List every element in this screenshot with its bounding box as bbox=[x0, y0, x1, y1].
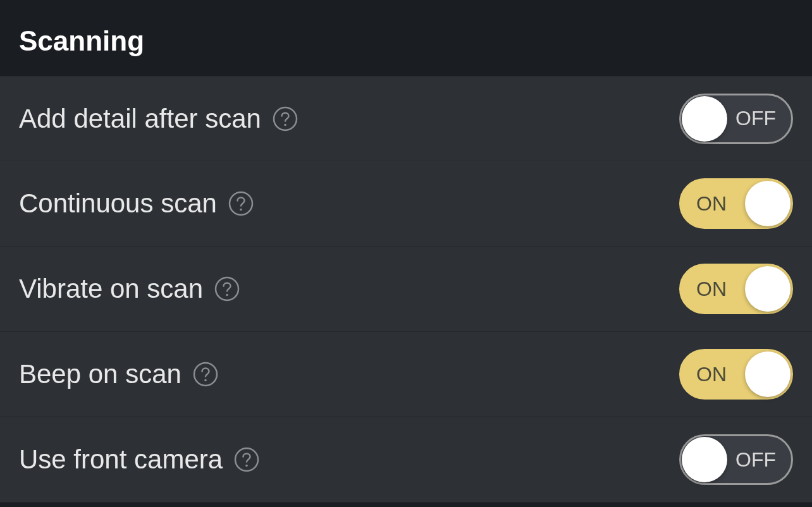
setting-label: Beep on scan bbox=[19, 359, 181, 389]
help-icon[interactable] bbox=[193, 362, 218, 387]
svg-point-5 bbox=[226, 294, 228, 296]
section-header: Scanning bbox=[0, 0, 812, 76]
toggle-add-detail[interactable]: OFF bbox=[679, 94, 793, 144]
toggle-knob bbox=[682, 96, 727, 142]
toggle-state-label: OFF bbox=[735, 107, 776, 130]
svg-point-4 bbox=[216, 278, 238, 300]
toggle-state-label: ON bbox=[696, 192, 727, 216]
setting-row-add-detail: Add detail after scan OFF bbox=[0, 76, 812, 161]
svg-point-9 bbox=[245, 465, 248, 467]
toggle-knob bbox=[682, 437, 727, 482]
toggle-continuous-scan[interactable]: ON bbox=[679, 178, 793, 229]
toggle-state-label: OFF bbox=[735, 448, 776, 472]
setting-label: Continuous scan bbox=[19, 188, 217, 219]
toggle-state-label: ON bbox=[696, 278, 727, 301]
help-icon[interactable] bbox=[273, 106, 298, 131]
setting-row-beep-on-scan: Beep on scan ON bbox=[0, 332, 812, 417]
setting-label: Use front camera bbox=[19, 444, 223, 475]
setting-label-wrap: Continuous scan bbox=[19, 188, 254, 219]
toggle-use-front-camera[interactable]: OFF bbox=[679, 434, 793, 485]
help-icon[interactable] bbox=[228, 191, 254, 216]
svg-point-2 bbox=[230, 192, 252, 215]
setting-label: Vibrate on scan bbox=[19, 274, 203, 304]
toggle-beep-on-scan[interactable]: ON bbox=[679, 349, 793, 400]
svg-point-8 bbox=[235, 448, 258, 471]
svg-point-0 bbox=[274, 107, 297, 130]
toggle-vibrate-on-scan[interactable]: ON bbox=[679, 264, 793, 314]
toggle-knob bbox=[745, 351, 790, 397]
setting-label-wrap: Use front camera bbox=[19, 444, 259, 475]
settings-list: Add detail after scan OFF Continuous sca… bbox=[0, 76, 812, 503]
help-icon[interactable] bbox=[234, 447, 259, 472]
setting-row-continuous-scan: Continuous scan ON bbox=[0, 161, 812, 247]
setting-label-wrap: Vibrate on scan bbox=[19, 274, 240, 304]
svg-point-6 bbox=[194, 363, 217, 386]
setting-label-wrap: Add detail after scan bbox=[19, 104, 298, 134]
setting-row-use-front-camera: Use front camera OFF bbox=[0, 417, 812, 503]
svg-point-7 bbox=[204, 379, 207, 382]
toggle-knob bbox=[745, 266, 790, 312]
section-title: Scanning bbox=[19, 25, 793, 57]
setting-row-vibrate-on-scan: Vibrate on scan ON bbox=[0, 247, 812, 332]
toggle-knob bbox=[745, 181, 790, 226]
svg-point-1 bbox=[284, 123, 286, 126]
svg-point-3 bbox=[240, 209, 242, 211]
footer-gap bbox=[0, 503, 812, 507]
help-icon[interactable] bbox=[214, 276, 240, 302]
setting-label: Add detail after scan bbox=[19, 104, 261, 134]
toggle-state-label: ON bbox=[696, 363, 727, 386]
setting-label-wrap: Beep on scan bbox=[19, 359, 218, 389]
